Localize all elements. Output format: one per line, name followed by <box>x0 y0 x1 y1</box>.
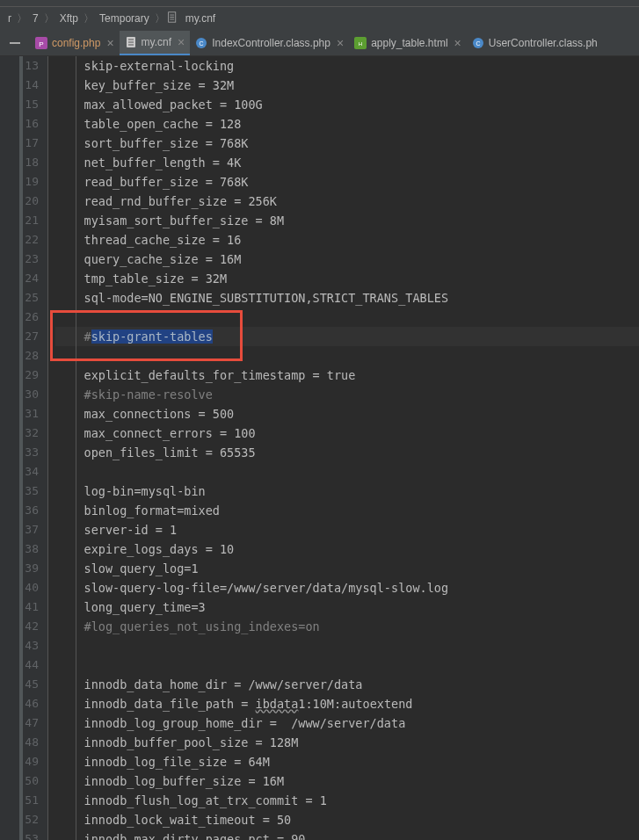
file-icon <box>167 11 178 25</box>
breadcrumb-item[interactable]: Xftp <box>56 12 82 25</box>
chevron-right-icon: 〉 <box>15 11 29 26</box>
code-line[interactable]: net_buffer_length = 4K <box>55 153 639 172</box>
tab-label: IndexController.class.php <box>212 37 330 49</box>
code-content[interactable]: skip-external-locking key_buffer_size = … <box>48 56 639 840</box>
tabs-bar: P config.php × my.cnf × C IndexControlle… <box>0 30 639 56</box>
breadcrumb-current[interactable]: my.cnf <box>182 12 219 25</box>
code-line[interactable]: table_open_cache = 128 <box>55 114 639 134</box>
code-line[interactable]: max_connect_errors = 100 <box>55 424 639 443</box>
code-line[interactable] <box>55 655 639 675</box>
close-icon[interactable]: × <box>454 36 461 50</box>
chevron-right-icon: 〉 <box>82 11 96 26</box>
code-line[interactable]: read_buffer_size = 768K <box>55 172 639 192</box>
code-line[interactable]: thread_cache_size = 16 <box>55 230 639 250</box>
code-line[interactable]: key_buffer_size = 32M <box>55 76 639 95</box>
code-line[interactable]: long_query_time=3 <box>55 597 639 617</box>
editor-area[interactable]: 1314151617181920212223242526272829303132… <box>0 56 639 840</box>
svg-text:H: H <box>359 41 362 47</box>
code-line[interactable]: log-bin=mysql-bin <box>55 482 639 501</box>
collapse-icon[interactable] <box>5 33 25 53</box>
code-line[interactable]: innodb_flush_log_at_trx_commit = 1 <box>55 791 639 810</box>
tab-label: UserController.class.ph <box>489 37 598 49</box>
code-line[interactable]: innodb_data_home_dir = /www/server/data <box>55 675 639 694</box>
code-line[interactable]: innodb_log_group_home_dir = /www/server/… <box>55 713 639 733</box>
line-number-gutter: 1314151617181920212223242526272829303132… <box>0 56 48 840</box>
code-line[interactable]: innodb_log_buffer_size = 16M <box>55 771 639 791</box>
svg-text:C: C <box>200 40 204 47</box>
svg-text:P: P <box>39 40 43 48</box>
svg-rect-4 <box>10 42 20 44</box>
code-line[interactable]: binlog_format=mixed <box>55 501 639 520</box>
chevron-right-icon: 〉 <box>42 11 56 26</box>
tab-index-controller[interactable]: C IndexController.class.php × <box>190 31 349 55</box>
php-icon: C <box>195 37 207 49</box>
close-icon[interactable]: × <box>106 36 113 50</box>
code-line[interactable]: innodb_max_dirty_pages_pct = 90 <box>55 829 639 840</box>
code-line[interactable]: max_connections = 500 <box>55 404 639 424</box>
code-line[interactable]: slow-query-log-file=/www/server/data/mys… <box>55 578 639 597</box>
tab-label: config.php <box>52 37 100 49</box>
code-line[interactable]: sql-mode=NO_ENGINE_SUBSTITUTION,STRICT_T… <box>55 288 639 308</box>
php-icon: P <box>35 37 47 49</box>
breadcrumb-item[interactable]: r <box>4 12 15 25</box>
breadcrumb-bar: r 〉 7 〉 Xftp 〉 Temporary 〉 my.cnf <box>0 7 639 30</box>
code-line[interactable]: query_cache_size = 16M <box>55 250 639 269</box>
top-bar <box>0 0 639 7</box>
code-line[interactable]: max_allowed_packet = 100G <box>55 95 639 114</box>
breadcrumb-item[interactable]: Temporary <box>96 12 153 25</box>
code-line[interactable]: expire_logs_days = 10 <box>55 539 639 559</box>
tab-label: my.cnf <box>142 36 171 48</box>
code-line[interactable]: innodb_lock_wait_timeout = 50 <box>55 810 639 829</box>
code-line[interactable]: tmp_table_size = 32M <box>55 269 639 288</box>
code-line[interactable]: myisam_sort_buffer_size = 8M <box>55 211 639 230</box>
close-icon[interactable]: × <box>337 36 344 50</box>
php-icon: C <box>472 37 484 49</box>
code-line[interactable]: #skip-name-resolve <box>55 385 639 404</box>
code-line[interactable] <box>55 308 639 327</box>
code-line[interactable]: #skip-grant-tables <box>55 327 639 346</box>
code-line[interactable]: explicit_defaults_for_timestamp = true <box>55 366 639 385</box>
tab-user-controller[interactable]: C UserController.class.ph <box>467 31 603 55</box>
cnf-icon <box>125 36 137 48</box>
code-line[interactable] <box>55 462 639 482</box>
code-line[interactable]: innodb_buffer_pool_size = 128M <box>55 733 639 752</box>
tab-apply-table[interactable]: H apply_table.html × <box>349 31 467 55</box>
svg-text:C: C <box>476 40 480 47</box>
code-line[interactable] <box>55 346 639 366</box>
code-line[interactable]: open_files_limit = 65535 <box>55 443 639 462</box>
gutter-handle <box>19 56 23 840</box>
code-line[interactable] <box>55 636 639 655</box>
tab-label: apply_table.html <box>371 37 447 49</box>
code-line[interactable]: server-id = 1 <box>55 520 639 539</box>
tab-my-cnf[interactable]: my.cnf × <box>120 31 191 55</box>
html-icon: H <box>354 37 367 49</box>
code-line[interactable]: read_rnd_buffer_size = 256K <box>55 192 639 211</box>
code-line[interactable]: #log_queries_not_using_indexes=on <box>55 617 639 636</box>
code-line[interactable]: innodb_data_file_path = ibdata1:10M:auto… <box>55 694 639 713</box>
breadcrumb-item[interactable]: 7 <box>29 12 42 25</box>
code-line[interactable]: sort_buffer_size = 768K <box>55 134 639 153</box>
code-line[interactable]: skip-external-locking <box>55 56 639 76</box>
code-line[interactable]: slow_query_log=1 <box>55 559 639 578</box>
code-line[interactable]: innodb_log_file_size = 64M <box>55 752 639 771</box>
tab-config-php[interactable]: P config.php × <box>30 31 120 55</box>
close-icon[interactable]: × <box>178 35 185 49</box>
margin-line <box>76 56 76 840</box>
chevron-right-icon: 〉 <box>153 11 167 26</box>
